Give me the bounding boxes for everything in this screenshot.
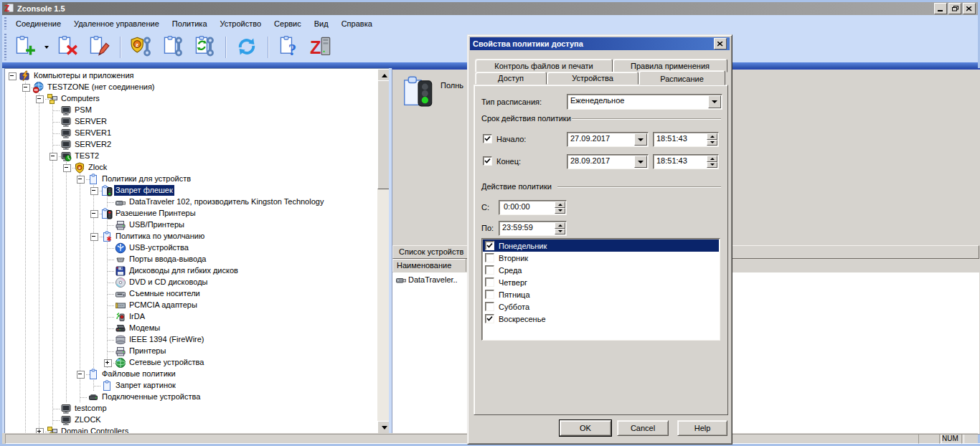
tree-row[interactable]: zZlock <box>5 162 375 174</box>
weekday-row-1[interactable]: Понедельник <box>483 239 719 252</box>
tree-row[interactable]: Запрет флешек <box>5 185 375 196</box>
tree-row[interactable]: PCMCIA адаптеры <box>5 300 375 311</box>
spin-down-button[interactable] <box>555 208 565 214</box>
tree-row[interactable]: Модемы <box>5 323 375 334</box>
tree-row[interactable]: testcomp <box>5 403 375 414</box>
tree-row[interactable]: Политика по умолчанию <box>5 231 375 242</box>
tab-files-print-control[interactable]: Контроль файлов и печати <box>475 59 613 72</box>
ok-button[interactable]: OK <box>560 420 611 436</box>
tree-item-label[interactable]: Модемы <box>128 323 161 333</box>
menu-item-4[interactable]: Устройство <box>214 17 268 30</box>
tree-row[interactable]: Сетевые устройства <box>5 357 375 369</box>
help-button[interactable]: Help <box>677 420 727 436</box>
toolbar-grip[interactable] <box>4 34 6 60</box>
tree-item-label[interactable]: USB-устройства <box>128 242 190 253</box>
weekday-checkbox[interactable] <box>485 241 494 250</box>
end-time-spinner[interactable]: 18:51:43 <box>653 154 719 169</box>
tree-row[interactable]: USB/Принтеры <box>5 219 375 231</box>
tree-row[interactable]: Съемные носители <box>5 288 375 300</box>
tree-item-label[interactable]: DVD и CD дисководы <box>128 277 209 288</box>
from-time-updown[interactable] <box>555 201 565 214</box>
tree-item-label[interactable]: Порты ввода-вывода <box>128 254 207 265</box>
from-time-spinner[interactable]: 0:00:00 <box>499 200 567 215</box>
dialog-close-button[interactable] <box>714 38 727 49</box>
tree-item-label[interactable]: IEEE 1394 (FireWire) <box>128 334 206 345</box>
zlock-settings-button[interactable]: z <box>127 34 156 61</box>
cancel-button[interactable]: Cancel <box>617 420 669 436</box>
tree-vertical-scrollbar[interactable] <box>377 69 390 434</box>
spin-up-button[interactable] <box>555 201 565 208</box>
weekday-checkbox[interactable] <box>485 277 494 287</box>
weekday-checkbox[interactable] <box>485 253 494 262</box>
tree-row[interactable]: ZLOCK <box>5 414 375 426</box>
tab-access[interactable]: Доступ <box>475 72 547 85</box>
spin-down-button[interactable] <box>707 162 717 169</box>
weekday-checkbox[interactable] <box>485 290 494 299</box>
tree-item-label[interactable]: Zlock <box>87 162 108 173</box>
tree-item-label[interactable]: SERVER2 <box>73 139 113 150</box>
collapse-toggle[interactable] <box>77 371 85 379</box>
tree-row[interactable]: Подключенные устройства <box>5 392 375 403</box>
to-time-spinner[interactable]: 23:59:59 <box>499 221 567 236</box>
edit-policy-button[interactable] <box>85 34 113 61</box>
tree-row[interactable]: SERVER <box>5 116 375 128</box>
tree-row[interactable]: TEST2 <box>5 151 375 162</box>
tree-item-label[interactable]: Файловые политики <box>100 369 177 379</box>
menu-item-1[interactable]: Соединение <box>9 17 67 30</box>
weekday-row-7[interactable]: Воскресенье <box>483 313 719 325</box>
tree-item-label[interactable]: Съемные носители <box>128 288 202 299</box>
weekday-row-3[interactable]: Среда <box>483 264 719 276</box>
schedule-type-combobox[interactable]: Еженедельное <box>567 94 722 110</box>
spin-down-button[interactable] <box>555 229 565 235</box>
weekday-row-2[interactable]: Вторник <box>483 252 719 264</box>
tree-item-label[interactable]: Запрет флешек <box>114 185 174 196</box>
title-bar[interactable]: Z Zconsole 1.5 <box>2 2 978 15</box>
start-time-updown[interactable] <box>707 133 717 146</box>
tree-row[interactable]: Принтеры <box>5 346 375 357</box>
end-date-dropdown-button[interactable] <box>634 156 647 168</box>
end-checkbox[interactable] <box>483 156 492 166</box>
sync-settings-button[interactable] <box>190 34 219 61</box>
tree-item-label[interactable]: IrDA <box>128 311 146 322</box>
start-time-spinner[interactable]: 18:51:43 <box>653 132 719 147</box>
new-policy-button[interactable] <box>11 34 39 61</box>
menu-grip[interactable] <box>4 17 6 29</box>
tree-item-label[interactable]: Компьютеры и приложения <box>32 70 136 81</box>
tree-item-label[interactable]: SERVER1 <box>73 128 113 138</box>
start-date-picker[interactable]: 27.09.2017 <box>567 132 649 147</box>
start-date-dropdown-button[interactable] <box>634 133 647 146</box>
tab-schedule[interactable]: Расписание <box>639 70 725 85</box>
menu-item-2[interactable]: Удаленное управление <box>67 17 166 30</box>
tree-item-label[interactable]: testcomp <box>73 403 108 414</box>
weekday-row-6[interactable]: Суббота <box>483 300 719 313</box>
close-button[interactable] <box>963 3 976 14</box>
menu-item-6[interactable]: Вид <box>308 17 335 30</box>
tree-row[interactable]: TESTZONE (нет соединения) <box>5 82 375 93</box>
weekday-checkbox[interactable] <box>485 265 494 275</box>
refresh-button[interactable] <box>232 34 261 61</box>
collapse-toggle[interactable] <box>22 84 30 92</box>
to-time-updown[interactable] <box>555 222 565 234</box>
tree-row[interactable]: Политики для устройств <box>5 174 375 185</box>
tree-row[interactable]: Порты ввода-вывода <box>5 254 375 265</box>
tree-item-label[interactable]: PSM <box>73 105 93 115</box>
tree-item-label[interactable]: Computers <box>60 93 101 104</box>
tree-row[interactable]: SERVER1 <box>5 128 375 139</box>
collapse-toggle[interactable] <box>90 187 98 195</box>
tree-item-label[interactable]: Разешение Принтеры <box>114 208 197 219</box>
tree-item-label[interactable]: Запрет картинок <box>114 380 177 391</box>
policy-settings-button[interactable] <box>159 34 187 61</box>
tree-row[interactable]: SERVER2 <box>5 139 375 151</box>
tree-item-label[interactable]: USB/Принтеры <box>128 219 186 230</box>
collapse-toggle[interactable] <box>50 153 57 161</box>
tree-item-label[interactable]: Политика по умолчанию <box>114 231 206 242</box>
tree-item-label[interactable]: Дисководы для гибких дисков <box>128 265 240 276</box>
tree-item-label[interactable]: TESTZONE (нет соединения) <box>46 82 156 92</box>
end-time-updown[interactable] <box>707 156 717 168</box>
restore-button[interactable] <box>948 3 961 14</box>
dialog-title-bar[interactable]: Свойства политики доступа <box>470 37 730 50</box>
tree-row[interactable]: Computers <box>5 93 375 105</box>
tree-row[interactable]: DataTraveler 102, производитель Kingston… <box>5 196 375 208</box>
collapse-toggle[interactable] <box>90 210 98 218</box>
tree-item-label[interactable]: Подключенные устройства <box>100 392 202 402</box>
